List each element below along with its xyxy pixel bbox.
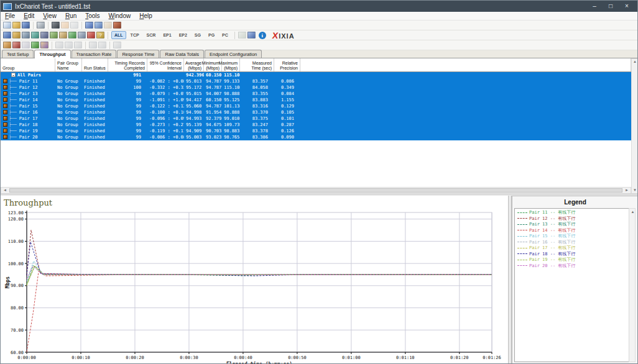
scrollbar-thumb[interactable] — [9, 188, 622, 193]
edit-script-icon[interactable] — [59, 32, 67, 39]
tab-raw-data-totals[interactable]: Raw Data Totals — [160, 50, 203, 58]
toolbar-separator — [234, 32, 235, 39]
search-results-icon[interactable] — [78, 32, 86, 39]
clear-results-icon[interactable] — [31, 42, 39, 48]
tab-test-setup[interactable]: Test Setup — [2, 50, 34, 58]
column-header-run_status[interactable]: Run Status — [82, 58, 108, 71]
table-horizontal-scrollbar[interactable]: ◄ ► — [1, 187, 631, 194]
column-header-precision[interactable]: RelativePrecision — [274, 58, 300, 71]
connect-icon[interactable] — [3, 32, 11, 39]
table-row[interactable]: ├── Pair 13No GroupFinished99-0.079 : +0… — [1, 91, 631, 97]
legend-entry[interactable]: Pair 18 -- 有线下行 — [517, 252, 632, 258]
legend-entry[interactable]: Pair 17 -- 有线下行 — [517, 245, 632, 252]
table-row[interactable]: ├── Pair 14No GroupFinished99-1.091 : +1… — [1, 97, 631, 103]
scroll-up-icon[interactable]: ▲ — [629, 209, 636, 215]
legend-entry[interactable]: Pair 16 -- 有线下行 — [517, 240, 632, 246]
report-icon[interactable] — [87, 32, 95, 39]
table-row[interactable]: ├── Pair 16No GroupFinished99-0.100 : +0… — [1, 109, 631, 116]
copy-results-icon[interactable] — [247, 32, 256, 39]
cell-average: 94.417 — [184, 97, 204, 103]
table-row-all-pairs[interactable]: -All Pairs991942.39660.150115.108 — [1, 72, 631, 78]
menu-window[interactable]: Window — [104, 12, 136, 20]
add-endpoint-icon[interactable] — [85, 22, 93, 29]
help-icon[interactable]: ? — [96, 32, 104, 39]
table-row[interactable]: ├── Pair 17No GroupFinished99-0.096 : +0… — [1, 116, 631, 122]
filter-button-tcp[interactable]: TCP — [127, 31, 142, 39]
menu-file[interactable]: File — [1, 12, 19, 20]
close-button[interactable]: × — [619, 1, 635, 11]
legend-entry[interactable]: Pair 12 -- 有线下行 — [517, 216, 632, 222]
color-palette-icon[interactable] — [40, 42, 49, 48]
filter-button-scr[interactable]: SCR — [144, 31, 159, 39]
filter-button-ep1[interactable]: EP1 — [160, 31, 174, 39]
filter-button-sg[interactable]: SG — [192, 31, 204, 39]
legend-entry[interactable]: Pair 19 -- 有线下行 — [517, 257, 632, 263]
menu-run[interactable]: Run — [61, 12, 81, 20]
table-row[interactable]: ├── Pair 12No GroupFinished100-0.332 : +… — [1, 84, 631, 91]
voip-icon[interactable] — [31, 32, 39, 39]
filter-button-pg[interactable]: PG — [205, 31, 218, 39]
table-row[interactable]: ├── Pair 20No GroupFinished99-0.086 : +0… — [1, 134, 631, 140]
video-icon[interactable] — [40, 32, 49, 39]
menu-help[interactable]: Help — [135, 12, 157, 20]
table-row[interactable]: ├── Pair 11No GroupFinished99-0.082 : +0… — [1, 78, 631, 84]
results-chart-icon[interactable] — [68, 32, 76, 39]
run-test-icon[interactable] — [52, 22, 60, 29]
filter-button-pc[interactable]: PC — [219, 31, 231, 39]
column-header-pair_group_name[interactable]: Pair GroupName — [55, 58, 82, 71]
scroll-left-icon[interactable]: ◄ — [2, 188, 8, 193]
series-line-pair-18 — [27, 242, 492, 276]
endpoint-pairs-icon[interactable] — [12, 32, 21, 39]
new-document-icon[interactable] — [3, 22, 11, 29]
legend-entry[interactable]: Pair 11 -- 有线下行 — [517, 210, 632, 216]
swap-endpoints-icon[interactable] — [95, 22, 103, 29]
info-icon[interactable]: i — [259, 32, 266, 39]
column-header-confidence[interactable]: 95% ConfidenceInterval — [147, 58, 184, 71]
legend-entry[interactable]: Pair 15 -- 有线下行 — [517, 234, 632, 240]
scroll-up-icon[interactable]: ▲ — [632, 59, 638, 65]
console-icon[interactable] — [22, 32, 30, 39]
column-header-measured_time[interactable]: MeasuredTime (sec) — [240, 58, 274, 71]
table-row[interactable]: ├── Pair 18No GroupFinished99-0.273 : +0… — [1, 122, 631, 128]
cell-measured_time: 83.357 — [240, 78, 274, 84]
column-header-timing_records[interactable]: Timing RecordsCompleted — [108, 58, 147, 71]
print-icon[interactable] — [37, 22, 45, 29]
pair-name: Pair 19 — [17, 129, 38, 134]
scroll-right-icon[interactable]: ► — [624, 188, 630, 193]
pair-name: Pair 13 — [17, 91, 38, 96]
cell-measured_time: 83.370 — [240, 109, 274, 116]
header-line: (Mbps) — [188, 66, 201, 71]
clipboard-icon[interactable] — [3, 42, 11, 48]
tab-transaction-rate[interactable]: Transaction Rate — [72, 50, 117, 58]
open-folder-icon[interactable] — [12, 22, 21, 29]
menu-view[interactable]: View — [39, 12, 61, 20]
menu-edit[interactable]: Edit — [19, 12, 39, 20]
tab-throughput[interactable]: Throughput — [34, 50, 70, 58]
minimize-button[interactable]: – — [586, 1, 603, 11]
feedback-icon[interactable] — [12, 42, 21, 48]
table-vertical-scrollbar[interactable]: ▲ ▼ — [631, 58, 638, 194]
column-header-average[interactable]: Average(Mbps) — [184, 58, 204, 71]
scroll-down-icon[interactable]: ▼ — [632, 188, 638, 193]
legend-entry[interactable]: Pair 14 -- 有线下行 — [517, 228, 632, 234]
collapse-expander-icon[interactable]: - — [11, 73, 16, 77]
find-icon[interactable] — [113, 22, 121, 29]
tab-endpoint-configuration[interactable]: Endpoint Configuration — [205, 50, 262, 58]
filter-button-ep2[interactable]: EP2 — [176, 31, 190, 39]
filter-button-all[interactable]: ALL — [111, 31, 126, 39]
hardware-icon[interactable] — [50, 32, 58, 39]
legend-scrollbar[interactable]: ▲ — [629, 208, 636, 362]
maximize-button[interactable]: □ — [603, 1, 619, 11]
y-tick-label: 90.00 — [11, 283, 24, 288]
table-row[interactable]: ├── Pair 15No GroupFinished99-0.122 : +0… — [1, 103, 631, 109]
column-header-maximum[interactable]: Maximum(Mbps) — [222, 58, 240, 71]
legend-entry[interactable]: Pair 20 -- 有线下行 — [517, 263, 632, 270]
cell-measured_time: 83.386 — [240, 134, 274, 140]
save-icon[interactable] — [22, 22, 30, 29]
table-row[interactable]: ├── Pair 19No GroupFinished99-0.119 : +0… — [1, 128, 631, 134]
cell-precision: 0.287 — [274, 122, 300, 128]
legend-entry[interactable]: Pair 13 -- 有线下行 — [517, 222, 632, 228]
column-header-group[interactable]: Group — [1, 58, 55, 71]
menu-tools[interactable]: Tools — [81, 12, 104, 20]
tab-response-time[interactable]: Response Time — [117, 50, 159, 58]
